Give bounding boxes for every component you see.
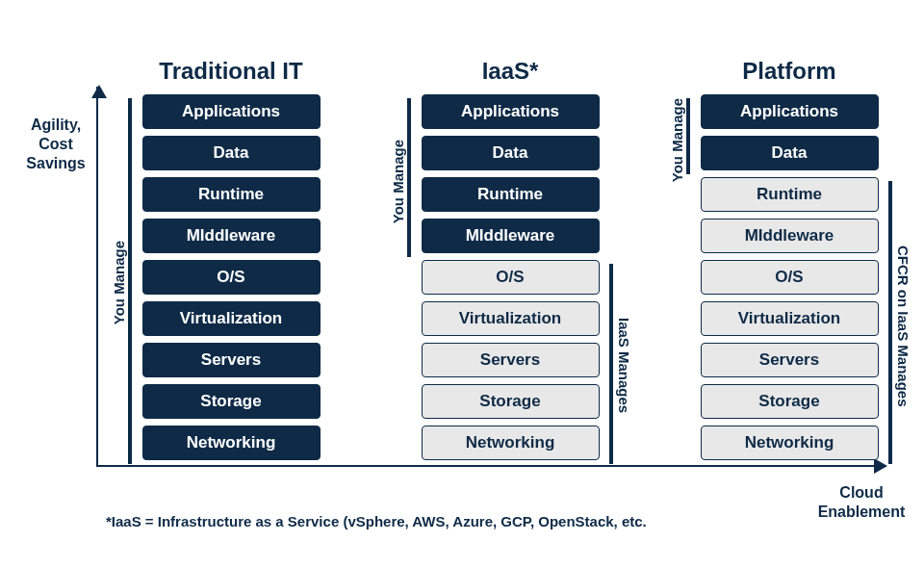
y-axis-line (96, 87, 98, 467)
layer-box: Runtime (142, 177, 321, 212)
layer-box: Applications (142, 94, 321, 129)
layer-box: Virtualization (142, 301, 321, 336)
column-traditional: Traditional IT You Manage Applications D… (120, 58, 342, 460)
layer-box: MIddleware (701, 219, 879, 253)
stack-traditional: Applications Data Runtime MIddleware O/S… (142, 94, 321, 460)
layer-box: Applications (422, 94, 600, 129)
bracket-label-iaas-left: You Manage (390, 140, 406, 223)
bracket-iaas-right (609, 264, 613, 464)
layer-box: Runtime (701, 177, 879, 212)
layer-box: Servers (701, 343, 879, 377)
layer-box: Servers (422, 343, 600, 377)
layer-box: Data (142, 136, 321, 170)
layer-box: Data (701, 136, 879, 170)
column-title-iaas: IaaS* (399, 58, 621, 85)
column-title-platform: Platform (679, 58, 900, 85)
layer-box: O/S (142, 260, 321, 295)
layer-box: O/S (701, 260, 879, 295)
layer-box: Applications (701, 94, 879, 129)
column-title-traditional: Traditional IT (120, 58, 342, 85)
bracket-label-traditional: You Manage (111, 241, 127, 324)
bracket-platform-right (888, 181, 892, 464)
layer-box: Storage (142, 384, 321, 419)
columns-container: Traditional IT You Manage Applications D… (120, 58, 900, 460)
bracket-label-iaas-right: IaaS Manages (616, 318, 632, 413)
x-axis-label: CloudEnablement (808, 483, 914, 522)
layer-box: O/S (422, 260, 600, 295)
layer-box: Virtualization (701, 301, 879, 336)
column-iaas: IaaS* You Manage IaaS Manages Applicatio… (399, 58, 621, 460)
column-platform: Platform You Manage CFCR on IaaS Manages… (679, 58, 900, 460)
layer-box: MIddleware (422, 219, 600, 253)
bracket-iaas-left (407, 98, 411, 257)
stack-platform: Applications Data Runtime MIddleware O/S… (701, 94, 879, 460)
layer-box: Storage (701, 384, 879, 419)
layer-box: Virtualization (422, 301, 600, 336)
layer-box: Networking (701, 426, 879, 460)
bracket-label-platform-right: CFCR on IaaS Manages (895, 245, 911, 407)
bracket-traditional-left (128, 98, 132, 464)
footnote-text: *IaaS = Infrastructure as a Service (vSp… (106, 513, 647, 529)
layer-box: Runtime (422, 177, 600, 212)
stack-iaas: Applications Data Runtime MIddleware O/S… (422, 94, 600, 460)
layer-box: Data (422, 136, 600, 170)
bracket-platform-left (686, 98, 690, 174)
bracket-label-platform-left: You Manage (669, 98, 685, 182)
layer-box: Networking (422, 426, 600, 460)
y-axis-label: Agility,Cost Savings (8, 116, 104, 173)
layer-box: Storage (422, 384, 600, 419)
x-axis-line (96, 465, 886, 467)
layer-box: Servers (142, 343, 321, 377)
layer-box: MIddleware (142, 219, 321, 253)
layer-box: Networking (142, 426, 321, 460)
